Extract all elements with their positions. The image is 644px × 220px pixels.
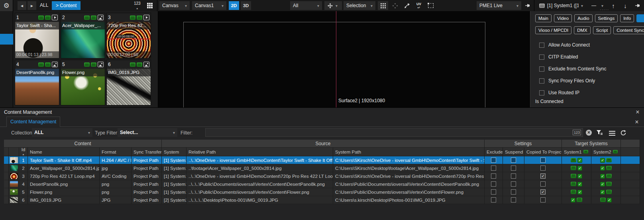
checkbox[interactable]	[539, 90, 544, 95]
copied-to-project-checkbox[interactable]	[540, 189, 546, 195]
suspend-checkbox[interactable]	[511, 189, 516, 195]
sidebar-selected-indicator[interactable]	[0, 34, 13, 45]
media-tile[interactable]: 5Flower.png	[61, 60, 105, 105]
row-options-button[interactable]	[609, 130, 615, 137]
column-header-copied-to-project[interactable]: Copied To Project	[524, 148, 562, 156]
table-row[interactable]: 3720p Pro Res 422 LT Loop.mp4AVC CodingP…	[4, 172, 640, 180]
column-header-suspend[interactable]: Suspend	[503, 148, 524, 156]
pme-dropdown[interactable]: PME1 Live	[477, 1, 521, 10]
settings-menu-button[interactable]	[0, 0, 13, 11]
column-header-system[interactable]: System	[162, 148, 187, 156]
collection-all-label[interactable]: ALL	[40, 2, 48, 8]
copied-to-project-checkbox[interactable]	[540, 158, 546, 163]
table-row[interactable]: 5Flower.pngpngProject Path[1] System1..\…	[4, 188, 640, 196]
tab-info[interactable]: Info	[620, 14, 634, 22]
option-use-routed-ip[interactable]: Use Routed IP	[539, 87, 606, 99]
media-tile[interactable]: 1Taylor Swift - Sha...00:04:01:13 | 23.9…	[15, 13, 59, 58]
exclude-checkbox[interactable]	[491, 197, 496, 202]
layer-filter-dropdown[interactable]: All	[290, 1, 322, 10]
refresh-button[interactable]	[620, 130, 626, 136]
column-header-exclude[interactable]: Exclude	[485, 148, 503, 156]
panel-close-button[interactable]	[634, 109, 641, 115]
move-down-button[interactable]	[621, 1, 630, 10]
table-row[interactable]: 4DesertPano8k.pngpngProject Path[1] Syst…	[4, 180, 640, 188]
column-header-relative-path[interactable]: Relative Path	[187, 148, 333, 156]
table-row[interactable]: 6IMG_0019.JPGJPGProject Path[2] System2.…	[4, 196, 640, 204]
exclude-checkbox[interactable]	[491, 158, 496, 163]
checkbox[interactable]	[539, 78, 544, 84]
column-header-name[interactable]: Name	[28, 148, 100, 156]
uv-edit-button[interactable]: UV	[414, 1, 424, 10]
tab-audio[interactable]: Audio	[574, 14, 592, 22]
nav-forward-button[interactable]	[27, 1, 36, 10]
option-allow-auto-connect[interactable]: Allow Auto Connect	[539, 39, 606, 51]
mode-2d-button[interactable]: 2D	[229, 1, 239, 10]
option-sync-proxy-files-only[interactable]: Sync Proxy Files Only	[539, 75, 606, 87]
media-tile[interactable]: 6IMG_0019.JPG	[106, 60, 151, 105]
option-citp-enabled[interactable]: CITP Enabled	[539, 51, 606, 63]
copied-to-project-checkbox[interactable]	[540, 165, 546, 171]
option-exclude-from-content-sync[interactable]: Exclude from Content Sync	[539, 63, 606, 75]
grid-view-button[interactable]	[145, 1, 155, 10]
media-tile[interactable]: 2Acer_Wallpaper_...	[61, 13, 105, 58]
type-filter-dropdown[interactable]: Select...	[118, 128, 177, 137]
content-breadcrumb-tab[interactable]: > Content	[52, 1, 80, 10]
system-selector-dropdown[interactable]: [1] System1 ([1] Pro	[536, 1, 586, 10]
exclude-checkbox[interactable]	[491, 189, 496, 195]
column-header-system2[interactable]: System2	[591, 148, 621, 156]
copied-to-project-checkbox[interactable]	[540, 173, 546, 179]
column-header-id[interactable]: Id	[19, 148, 28, 156]
tool-mode-dropdown[interactable]: Selection	[344, 1, 375, 10]
suspend-checkbox[interactable]	[511, 181, 516, 187]
table-row[interactable]: 1Taylor Swift - Shake It Off.mp4H.264 / …	[4, 156, 640, 164]
suspend-checkbox[interactable]	[511, 165, 516, 171]
filter-input[interactable]	[207, 130, 571, 135]
suspend-checkbox[interactable]	[511, 173, 516, 179]
table-row[interactable]: 2Acer_Wallpaper_03_5000x2814.jpgjpgProje…	[4, 164, 640, 172]
mode-3d-button[interactable]: 3D	[241, 1, 251, 10]
tab-video[interactable]: Video	[554, 14, 572, 22]
tab-close-button[interactable]	[634, 119, 640, 125]
nav-back-button[interactable]	[18, 1, 26, 10]
column-header-system1[interactable]: System1	[562, 148, 591, 156]
copied-to-project-checkbox[interactable]	[540, 181, 546, 187]
tab-content-sync[interactable]: Content Sync	[613, 26, 644, 34]
clear-filter-button[interactable]	[586, 130, 592, 136]
tab-script[interactable]: Script	[593, 26, 611, 34]
tab-vioso-mpcdi[interactable]: Vioso / MPCDI	[535, 26, 571, 34]
skew-tool-button[interactable]	[402, 1, 412, 10]
column-header-system-path[interactable]: System Path	[333, 148, 485, 156]
column-header-sync-transfer[interactable]: Sync Transfer	[132, 148, 162, 156]
exclude-checkbox[interactable]	[491, 181, 496, 187]
media-tile[interactable]: 3720p Pro Res 42...00:00:06:0000:00:12:0…	[106, 13, 151, 58]
exclude-checkbox[interactable]	[491, 173, 496, 179]
pin-panel-button[interactable]	[633, 1, 642, 10]
snap-points-button[interactable]	[391, 1, 399, 10]
copied-to-project-checkbox[interactable]	[540, 197, 546, 202]
tab-n[interactable]: N	[636, 14, 644, 22]
checkbox[interactable]	[539, 43, 544, 48]
suspend-checkbox[interactable]	[511, 197, 516, 202]
canvas-name-dropdown[interactable]: Canvas1	[192, 1, 226, 10]
media-tile[interactable]: 4DesertPano8k.png	[15, 60, 59, 105]
exclude-checkbox[interactable]	[491, 165, 496, 171]
tab-dmx[interactable]: DMX	[574, 26, 591, 34]
snap-grid-button[interactable]	[378, 1, 388, 10]
canvas-viewport[interactable]: Surface2 | 1920x1080	[158, 11, 530, 107]
pin-panel-button[interactable]	[523, 1, 532, 10]
tab-main[interactable]: Main	[535, 14, 552, 22]
checkbox[interactable]	[539, 55, 544, 60]
move-tool-dropdown[interactable]	[324, 1, 342, 10]
content-management-tab[interactable]: Content Management	[6, 117, 60, 127]
collection-dropdown[interactable]: ALL	[32, 128, 92, 137]
transform-box-button[interactable]	[426, 1, 436, 10]
numbering-toggle-button[interactable]: 123	[134, 1, 141, 11]
filter-options-button[interactable]	[596, 130, 603, 136]
tab-settings[interactable]: Settings	[595, 14, 618, 22]
canvas-type-dropdown[interactable]: Canvas	[159, 1, 190, 10]
column-header-format[interactable]: Format	[100, 148, 132, 156]
move-up-button[interactable]	[609, 1, 618, 10]
surface-outline[interactable]	[183, 22, 485, 108]
suspend-checkbox[interactable]	[511, 158, 516, 163]
checkbox[interactable]	[539, 66, 544, 72]
